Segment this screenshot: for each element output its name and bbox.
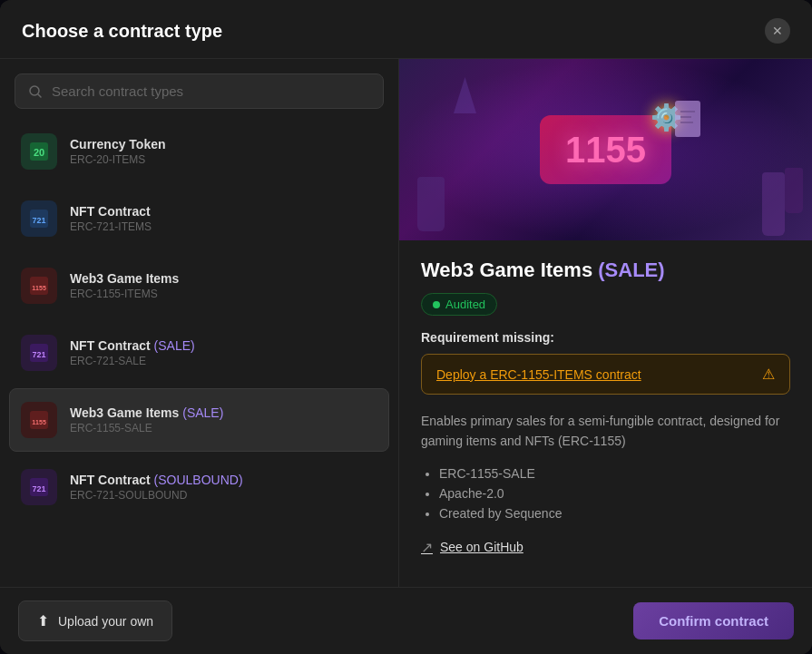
contract-description: Enables primary sales for a semi-fungibl… (421, 411, 790, 452)
decor-crystal-left (454, 77, 476, 113)
modal-footer: ⬆ Upload your own Confirm contract (0, 587, 812, 654)
right-panel: ⚙️ 1155 Web3 (399, 59, 812, 587)
detail-title-tag: (SALE) (598, 259, 664, 281)
svg-text:1155: 1155 (32, 419, 46, 425)
contract-icon: 1155 (21, 402, 57, 438)
contract-sub: ERC-1155-SALE (70, 422, 377, 434)
github-link[interactable]: ↗ See on GitHub (421, 539, 523, 556)
requirement-label: Requirement missing: (421, 330, 790, 345)
decor-bottle-right (762, 172, 785, 236)
contract-name: Currency Token (70, 137, 377, 151)
contract-info: Web3 Game Items ERC-1155-ITEMS (70, 271, 377, 300)
close-button[interactable]: ✕ (765, 18, 790, 44)
preview-number: 1155 (565, 132, 646, 168)
contract-name: Web3 Game Items (70, 271, 377, 286)
search-icon (28, 84, 43, 99)
search-input[interactable] (52, 83, 370, 99)
contract-sub: ERC-721-SALE (70, 355, 377, 367)
contract-name: NFT Contract (SOULBOUND) (70, 473, 377, 487)
preview-number-box: ⚙️ 1155 (540, 115, 671, 184)
modal: Choose a contract type ✕ (0, 0, 812, 654)
contract-info: NFT Contract ERC-721-ITEMS (70, 204, 377, 233)
decor-bottle-far-right (785, 168, 803, 213)
svg-text:20: 20 (34, 147, 44, 158)
preview-card: ⚙️ 1155 (540, 115, 671, 184)
contract-icon: 721 (21, 200, 57, 237)
feature-item: Apache-2.0 (439, 486, 790, 501)
close-icon: ✕ (772, 24, 783, 38)
contract-info: NFT Contract (SALE) ERC-721-SALE (70, 338, 377, 367)
audited-dot (433, 301, 440, 308)
confirm-label: Confirm contract (659, 613, 768, 629)
svg-text:721: 721 (32, 216, 45, 225)
contract-sub: ERC-1155-ITEMS (70, 288, 377, 300)
feature-item: Created by Sequence (439, 506, 790, 521)
contract-icon: 20 (21, 133, 57, 170)
search-wrap (0, 59, 398, 120)
github-link-text: See on GitHub (440, 540, 523, 554)
contract-info: NFT Contract (SOULBOUND) ERC-721-SOULBOU… (70, 473, 377, 502)
contract-item-currency-token[interactable]: 20 Currency Token ERC-20-ITEMS (9, 120, 389, 183)
contract-icon: 1155 (21, 268, 57, 304)
audited-text: Audited (445, 298, 485, 311)
modal-body: 20 Currency Token ERC-20-ITEMS 721 NFT C… (0, 58, 812, 587)
external-link-icon: ↗ (421, 539, 433, 556)
svg-text:721: 721 (32, 350, 45, 359)
modal-title: Choose a contract type (22, 21, 222, 42)
decor-bottle-left (417, 177, 445, 231)
contract-name: Web3 Game Items (SALE) (70, 405, 377, 420)
modal-header: Choose a contract type ✕ (0, 0, 812, 58)
contract-sub: ERC-721-ITEMS (70, 220, 377, 233)
contract-item-web3-game-items-sale[interactable]: 1155 Web3 Game Items (SALE) ERC-1155-SAL… (9, 388, 389, 452)
contract-name: NFT Contract (SALE) (70, 338, 377, 353)
upload-icon: ⬆ (37, 612, 49, 630)
svg-rect-14 (675, 101, 700, 137)
contract-icon: 721 (21, 469, 57, 505)
contract-info: Web3 Game Items (SALE) ERC-1155-SALE (70, 405, 377, 434)
upload-label: Upload your own (58, 614, 153, 629)
contract-sub: ERC-721-SOULBOUND (70, 489, 377, 502)
feature-item: ERC-1155-SALE (439, 466, 790, 481)
page-icon (673, 99, 706, 139)
requirement-box[interactable]: Deploy a ERC-1155-ITEMS contract ⚠ (421, 354, 790, 395)
confirm-button[interactable]: Confirm contract (633, 602, 794, 639)
svg-text:1155: 1155 (32, 285, 46, 291)
contract-item-web3-game-items[interactable]: 1155 Web3 Game Items ERC-1155-ITEMS (9, 254, 389, 317)
modal-overlay: Choose a contract type ✕ (0, 0, 812, 654)
requirement-link[interactable]: Deploy a ERC-1155-ITEMS contract (436, 367, 641, 382)
contract-icon: 721 (21, 335, 57, 371)
contract-preview-image: ⚙️ 1155 (399, 59, 812, 240)
detail-content: Web3 Game Items (SALE) Audited Requireme… (399, 240, 812, 587)
contract-sub: ERC-20-ITEMS (70, 153, 377, 166)
detail-title: Web3 Game Items (SALE) (421, 259, 790, 282)
search-box (15, 73, 384, 109)
feature-list: ERC-1155-SALEApache-2.0Created by Sequen… (421, 466, 790, 521)
svg-line-1 (38, 94, 41, 97)
contract-info: Currency Token ERC-20-ITEMS (70, 137, 377, 166)
warning-icon: ⚠ (762, 366, 775, 383)
upload-button[interactable]: ⬆ Upload your own (18, 600, 172, 641)
contract-item-nft-contract[interactable]: 721 NFT Contract ERC-721-ITEMS (9, 187, 389, 250)
svg-text:721: 721 (32, 484, 45, 493)
left-panel: 20 Currency Token ERC-20-ITEMS 721 NFT C… (0, 59, 399, 587)
audited-badge: Audited (421, 293, 497, 316)
contract-list: 20 Currency Token ERC-20-ITEMS 721 NFT C… (0, 120, 398, 587)
contract-item-nft-contract-sale[interactable]: 721 NFT Contract (SALE) ERC-721-SALE (9, 321, 389, 385)
contract-name: NFT Contract (70, 204, 377, 219)
contract-item-nft-contract-soulbound[interactable]: 721 NFT Contract (SOULBOUND) ERC-721-SOU… (9, 455, 389, 519)
